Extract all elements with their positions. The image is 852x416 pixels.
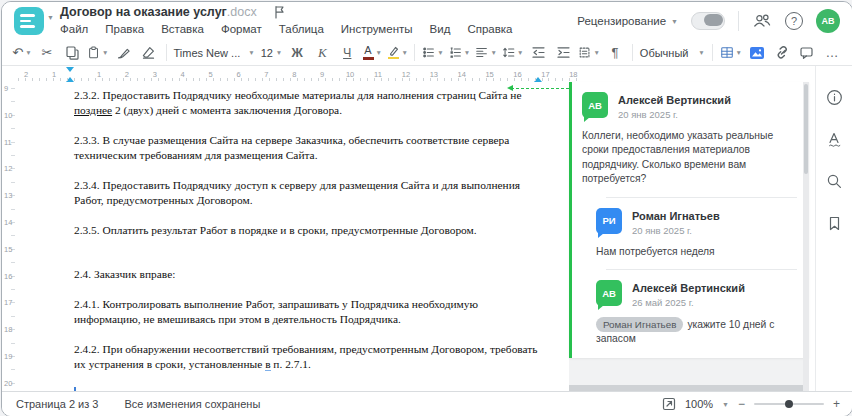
zoom-in-button[interactable]: + xyxy=(833,397,840,411)
ruler-number: 10 xyxy=(4,111,12,120)
menu-item-4[interactable]: Таблица xyxy=(279,23,324,35)
menu-item-7[interactable]: Справка xyxy=(467,23,512,35)
search-icon[interactable] xyxy=(825,172,843,190)
comment-item[interactable]: АВАлексей Вертинский26 май 2025 г.Роман … xyxy=(596,280,797,346)
comment-avatar: АВ xyxy=(596,280,622,306)
bullet-list-button[interactable]: ▼ xyxy=(420,42,446,64)
user-avatar[interactable]: АВ xyxy=(816,9,840,33)
comment-avatar: АВ xyxy=(582,92,608,118)
comment-author: Алексей Вертинский xyxy=(632,280,745,294)
zoom-out-button[interactable]: − xyxy=(738,397,745,411)
insert-table-button[interactable]: ▼ xyxy=(718,42,744,64)
paragraph: 2.4. Заказчик вправе: xyxy=(74,267,540,282)
fit-page-icon[interactable] xyxy=(662,397,676,411)
app-menu-caret-icon[interactable]: ▼ xyxy=(47,14,54,21)
more-tools-button[interactable]: … xyxy=(820,42,844,64)
app-window: ▼ Договор на оказание услуг.docx ФайлПра… xyxy=(1,1,852,416)
paragraph: 2.3.4. Предоставить Подрядчику доступ к … xyxy=(74,178,540,208)
comment-author: Роман Игнатьев xyxy=(632,208,720,222)
line-spacing-button[interactable]: ▼ xyxy=(500,42,526,64)
spellcheck-icon[interactable] xyxy=(825,130,843,148)
font-family-select[interactable]: Times New ...▼ xyxy=(171,42,256,64)
ruler-number: 16 xyxy=(513,70,521,79)
ruler-number: 15 xyxy=(4,245,12,254)
ruler-number: 11 xyxy=(4,138,12,147)
menu-item-1[interactable]: Правка xyxy=(105,23,144,35)
insert-image-button[interactable] xyxy=(745,42,769,64)
app-logo-icon[interactable] xyxy=(14,7,44,35)
ruler-number: 15 xyxy=(485,70,493,79)
favorite-flag-icon[interactable] xyxy=(273,5,286,19)
review-toggle[interactable] xyxy=(691,12,725,30)
review-dropdown[interactable]: Рецензирование▼ xyxy=(577,15,678,27)
comment-date: 26 май 2025 г. xyxy=(632,297,745,308)
comment-anchor-line xyxy=(511,88,569,89)
decrease-indent-button[interactable] xyxy=(526,42,550,64)
comment-item[interactable]: АВАлексей Вертинский20 янв 2025 г.Коллег… xyxy=(582,92,797,187)
bold-button[interactable]: Ж xyxy=(285,42,309,64)
ruler-number: 20 xyxy=(4,379,12,388)
document-page[interactable]: 2.3.2. Предоставить Подрядчику необходим… xyxy=(18,82,569,392)
ruler-number: 18 xyxy=(569,70,577,79)
header: ▼ Договор на оказание услуг.docx ФайлПра… xyxy=(2,2,852,40)
ruler-number: 16 xyxy=(4,272,12,281)
bookmark-icon[interactable] xyxy=(825,214,843,232)
about-info-icon[interactable] xyxy=(825,88,843,106)
menu-item-2[interactable]: Вставка xyxy=(161,23,204,35)
formatting-marks-button[interactable]: ¶ xyxy=(603,42,627,64)
comment-date: 20 янв 2025 г. xyxy=(618,109,731,120)
comment-divider xyxy=(606,269,797,270)
zoom-slider[interactable] xyxy=(754,403,824,405)
ruler-number: 14 xyxy=(458,70,466,79)
numbered-list-button[interactable]: ▼ xyxy=(447,42,473,64)
page-indicator[interactable]: Страница 2 из 3 xyxy=(16,398,98,410)
ruler-number: 13 xyxy=(4,191,12,200)
ruler-number: 18 xyxy=(4,325,12,334)
menu-item-0[interactable]: Файл xyxy=(60,23,88,35)
comment-date: 20 янв 2025 г. xyxy=(632,225,720,236)
paste-button[interactable]: ▼ xyxy=(85,42,111,64)
comment-avatar: РИ xyxy=(596,208,622,234)
menu-item-6[interactable]: Вид xyxy=(430,23,451,35)
ruler-number: 17 xyxy=(541,70,549,79)
status-bar: Страница 2 из 3 Все изменения сохранены … xyxy=(2,391,852,416)
ruler-number: 1 xyxy=(52,70,56,79)
menu-item-3[interactable]: Формат xyxy=(221,23,262,35)
font-size-select[interactable]: 12▼ xyxy=(258,42,284,64)
toolbar: ↶▼ ✂ ▼ Times New ...▼ 12▼ Ж К Ч А▼ ▼ ▼ xyxy=(2,40,852,66)
ruler-number: 6 xyxy=(236,70,240,79)
underline-button[interactable]: Ч xyxy=(335,42,359,64)
increase-indent-button[interactable] xyxy=(551,42,575,64)
paragraph-style-select[interactable]: Обычный▼ xyxy=(638,42,707,64)
zoom-caret-icon[interactable]: ▼ xyxy=(722,401,729,408)
vertical-ruler[interactable]: 91011121314151617181920 xyxy=(2,82,18,392)
font-color-button[interactable]: А▼ xyxy=(360,42,384,64)
zoom-value[interactable]: 100% xyxy=(685,398,713,410)
comments-panel: АВАлексей Вертинский20 янв 2025 г.Коллег… xyxy=(569,82,809,392)
ruler-number: 9 xyxy=(320,70,324,79)
format-painter-button[interactable] xyxy=(112,42,136,64)
zoom-slider-knob[interactable] xyxy=(785,400,793,408)
help-icon[interactable]: ? xyxy=(785,12,803,30)
ruler-number: 12 xyxy=(4,164,12,173)
align-button[interactable]: ▼ xyxy=(473,42,499,64)
highlight-color-button[interactable]: ▼ xyxy=(385,42,409,64)
italic-button[interactable]: К xyxy=(310,42,334,64)
comments-scrollbar[interactable] xyxy=(803,82,809,392)
first-line-indent-marker[interactable] xyxy=(66,67,74,72)
paragraph-spacing-button[interactable]: ▼ xyxy=(576,42,602,64)
horizontal-ruler[interactable]: 21123456789101112131415161718 xyxy=(18,66,580,82)
copy-button[interactable] xyxy=(60,42,84,64)
ruler-number: 2 xyxy=(24,70,28,79)
ruler-number: 1 xyxy=(97,70,101,79)
menu-item-5[interactable]: Инструменты xyxy=(341,23,413,35)
comment-item[interactable]: РИРоман Игнатьев20 янв 2025 г.Нам потреб… xyxy=(596,208,797,259)
insert-comment-button[interactable] xyxy=(795,42,819,64)
cut-button[interactable]: ✂ xyxy=(35,42,59,64)
clear-format-eraser-button[interactable] xyxy=(137,42,161,64)
undo-button[interactable]: ↶▼ xyxy=(10,42,34,64)
insert-link-button[interactable] xyxy=(770,42,794,64)
collaborators-icon[interactable] xyxy=(752,12,772,30)
comment-thread-card[interactable]: АВАлексей Вертинский20 янв 2025 г.Коллег… xyxy=(569,82,809,358)
paragraph: 2.4.1. Контролировать выполнение Работ, … xyxy=(74,297,540,327)
